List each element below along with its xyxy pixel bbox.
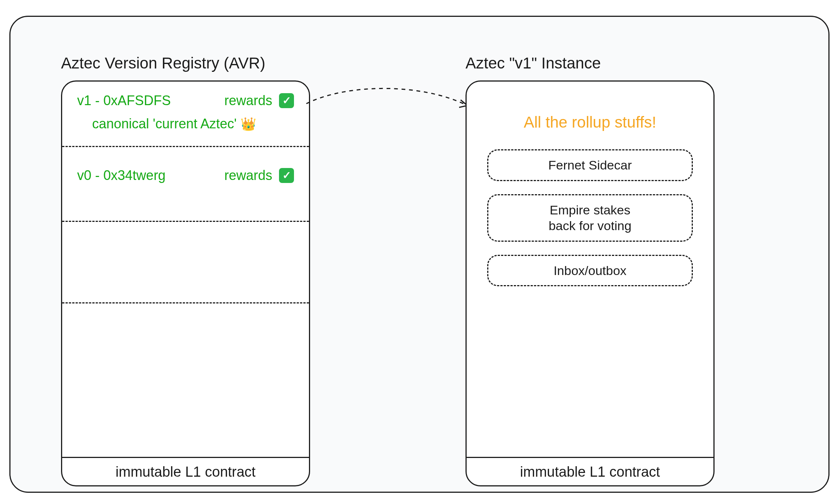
separator: -	[95, 168, 103, 183]
component-inbox: Inbox/outbox	[487, 255, 693, 287]
avr-entry-line: v1 - 0xAFSDFS rewards ✓	[77, 93, 294, 109]
instance-headline: All the rollup stuffs!	[467, 113, 713, 131]
version-label: v1	[77, 93, 91, 108]
component-list: Fernet Sidecar Empire stakesback for vot…	[467, 149, 713, 286]
separator: -	[95, 93, 103, 108]
avr-entry-v1: v1 - 0xAFSDFS rewards ✓ canonical 'curre…	[62, 82, 309, 147]
avr-title: Aztec Version Registry (AVR)	[61, 54, 265, 72]
version-address-text: v0 - 0x34twerg	[77, 168, 166, 183]
avr-entry-line: v0 - 0x34twerg rewards ✓	[77, 168, 294, 183]
arrow-icon	[303, 81, 479, 126]
diagram-canvas: Aztec Version Registry (AVR) v1 - 0xAFSD…	[0, 0, 840, 504]
rewards-label: rewards	[224, 93, 272, 109]
instance-footer: immutable L1 contract	[467, 457, 713, 485]
component-fernet: Fernet Sidecar	[487, 149, 693, 181]
instance-box: All the rollup stuffs! Fernet Sidecar Em…	[466, 80, 715, 486]
avr-entry-empty-1	[62, 222, 309, 303]
crown-icon: 👑	[240, 117, 256, 131]
avr-box: v1 - 0xAFSDFS rewards ✓ canonical 'curre…	[61, 80, 310, 486]
instance-title: Aztec "v1" Instance	[466, 54, 601, 72]
canonical-label-row: canonical 'current Aztec' 👑	[77, 116, 294, 132]
avr-entry-empty-2	[62, 303, 309, 385]
address-label: 0xAFSDFS	[103, 93, 171, 108]
check-icon: ✓	[279, 168, 294, 183]
rewards-label: rewards	[224, 168, 272, 183]
component-empire: Empire stakesback for voting	[487, 194, 693, 242]
avr-footer: immutable L1 contract	[62, 457, 309, 485]
version-label: v0	[77, 168, 91, 183]
check-icon: ✓	[279, 93, 294, 108]
outer-frame: Aztec Version Registry (AVR) v1 - 0xAFSD…	[9, 16, 830, 493]
avr-entry-v0: v0 - 0x34twerg rewards ✓	[62, 147, 309, 222]
address-label: 0x34twerg	[103, 168, 166, 183]
canonical-label: canonical 'current Aztec'	[92, 116, 237, 131]
version-address-text: v1 - 0xAFSDFS	[77, 93, 171, 109]
